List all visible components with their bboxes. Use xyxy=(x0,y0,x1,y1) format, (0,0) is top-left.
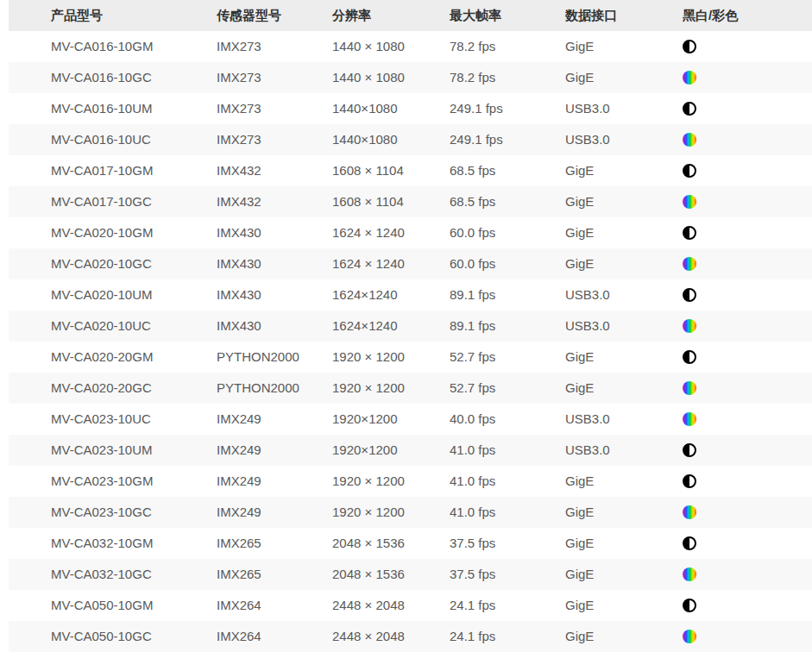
cell-interface: GigE xyxy=(565,373,683,404)
cell-sensor: IMX249 xyxy=(217,435,332,466)
cell-interface: GigE xyxy=(565,186,683,217)
cell-chroma xyxy=(683,373,812,404)
cell-chroma xyxy=(683,248,812,279)
mono-half-circle-icon xyxy=(683,599,696,612)
cell-resolution: 2048 × 1536 xyxy=(332,559,450,590)
color-rainbow-circle-icon xyxy=(683,505,696,519)
table-row: MV-CA017-10GCIMX4321608 × 110468.5 fpsGi… xyxy=(9,186,812,217)
cell-sensor: IMX273 xyxy=(217,124,332,155)
cell-chroma xyxy=(683,62,812,93)
color-rainbow-circle-icon xyxy=(683,567,696,581)
cell-interface: USB3.0 xyxy=(565,404,683,435)
column-header-chroma: 黑白/彩色 xyxy=(683,0,812,31)
cell-max-frame-rate: 60.0 fps xyxy=(450,248,565,279)
camera-spec-table: 产品型号 传感器型号 分辨率 最大帧率 数据接口 黑白/彩色 MV-CA016-… xyxy=(9,0,812,652)
column-header-interface: 数据接口 xyxy=(565,0,683,31)
table-row: MV-CA020-10GCIMX4301624 × 124060.0 fpsGi… xyxy=(9,248,812,279)
cell-chroma xyxy=(683,124,812,155)
cell-max-frame-rate: 24.1 fps xyxy=(450,590,565,621)
mono-half-circle-icon xyxy=(683,536,696,550)
cell-interface: GigE xyxy=(565,559,683,590)
cell-sensor: IMX273 xyxy=(217,31,332,62)
cell-model: MV-CA050-10GM xyxy=(9,590,217,621)
color-rainbow-circle-icon xyxy=(683,412,696,426)
cell-max-frame-rate: 78.2 fps xyxy=(450,31,565,62)
cell-max-frame-rate: 68.5 fps xyxy=(450,155,565,186)
cell-max-frame-rate: 78.2 fps xyxy=(450,62,565,93)
mono-half-circle-icon xyxy=(683,474,696,488)
cell-interface: USB3.0 xyxy=(565,279,683,310)
column-header-resolution: 分辨率 xyxy=(332,0,450,31)
cell-chroma xyxy=(683,279,812,310)
cell-model: MV-CA020-10UM xyxy=(9,279,217,310)
cell-model: MV-CA020-20GC xyxy=(9,373,217,404)
cell-resolution: 1624×1240 xyxy=(332,279,450,310)
color-rainbow-circle-icon xyxy=(683,71,696,85)
cell-model: MV-CA020-10UC xyxy=(9,310,217,342)
cell-sensor: IMX249 xyxy=(217,497,332,528)
table-row: MV-CA016-10GCIMX2731440 × 108078.2 fpsGi… xyxy=(9,62,812,93)
cell-model: MV-CA017-10GC xyxy=(9,186,217,217)
cell-resolution: 1440 × 1080 xyxy=(332,62,450,93)
cell-chroma xyxy=(683,155,812,186)
cell-resolution: 1920×1200 xyxy=(332,404,450,435)
table-row: MV-CA020-10UMIMX4301624×124089.1 fpsUSB3… xyxy=(9,279,812,310)
cell-resolution: 1440 × 1080 xyxy=(332,31,450,62)
table-row: MV-CA023-10UCIMX2491920×120040.0 fpsUSB3… xyxy=(9,404,812,435)
cell-resolution: 2448 × 2048 xyxy=(332,621,450,652)
cell-sensor: IMX264 xyxy=(217,590,332,621)
cell-model: MV-CA017-10GM xyxy=(9,155,217,186)
cell-resolution: 1920 × 1200 xyxy=(332,497,450,528)
color-rainbow-circle-icon xyxy=(683,319,696,333)
cell-interface: GigE xyxy=(565,621,683,652)
cell-interface: GigE xyxy=(565,528,683,559)
cell-model: MV-CA016-10GC xyxy=(9,62,217,93)
cell-chroma xyxy=(683,590,812,621)
table-row: MV-CA023-10UMIMX2491920×120041.0 fpsUSB3… xyxy=(9,435,812,466)
cell-sensor: IMX430 xyxy=(217,248,332,279)
cell-sensor: IMX432 xyxy=(217,186,332,217)
table-row: MV-CA017-10GMIMX4321608 × 110468.5 fpsGi… xyxy=(9,155,812,186)
cell-max-frame-rate: 40.0 fps xyxy=(450,404,565,435)
cell-max-frame-rate: 37.5 fps xyxy=(450,528,565,559)
cell-resolution: 1624 × 1240 xyxy=(332,217,450,248)
table-header-row: 产品型号 传感器型号 分辨率 最大帧率 数据接口 黑白/彩色 xyxy=(9,0,812,31)
cell-sensor: IMX264 xyxy=(217,621,332,652)
table-row: MV-CA050-10GMIMX2642448 × 204824.1 fpsGi… xyxy=(9,590,812,621)
cell-sensor: IMX430 xyxy=(217,310,332,342)
cell-max-frame-rate: 89.1 fps xyxy=(450,279,565,310)
cell-resolution: 1920 × 1200 xyxy=(332,342,450,373)
cell-resolution: 1608 × 1104 xyxy=(332,155,450,186)
cell-interface: GigE xyxy=(565,248,683,279)
cell-model: MV-CA020-10GM xyxy=(9,217,217,248)
cell-sensor: IMX249 xyxy=(217,466,332,497)
cell-chroma xyxy=(683,435,812,466)
table-header: 产品型号 传感器型号 分辨率 最大帧率 数据接口 黑白/彩色 xyxy=(9,0,812,31)
cell-interface: GigE xyxy=(565,62,683,93)
mono-half-circle-icon xyxy=(683,40,696,53)
cell-model: MV-CA020-10GC xyxy=(9,248,217,279)
color-rainbow-circle-icon xyxy=(683,257,696,271)
cell-chroma xyxy=(683,404,812,435)
table-row: MV-CA032-10GMIMX2652048 × 153637.5 fpsGi… xyxy=(9,528,812,559)
cell-interface: GigE xyxy=(565,590,683,621)
cell-chroma xyxy=(683,93,812,124)
cell-resolution: 1624 × 1240 xyxy=(332,248,450,279)
mono-half-circle-icon xyxy=(683,288,696,302)
cell-max-frame-rate: 41.0 fps xyxy=(450,435,565,466)
cell-max-frame-rate: 68.5 fps xyxy=(450,186,565,217)
cell-resolution: 1624×1240 xyxy=(332,310,450,342)
cell-max-frame-rate: 37.5 fps xyxy=(450,559,565,590)
cell-sensor: PYTHON2000 xyxy=(217,373,332,404)
cell-resolution: 1920×1200 xyxy=(332,435,450,466)
cell-model: MV-CA020-20GM xyxy=(9,342,217,373)
table-row: MV-CA023-10GCIMX2491920 × 120041.0 fpsGi… xyxy=(9,497,812,528)
cell-model: MV-CA023-10GM xyxy=(9,466,217,497)
cell-resolution: 1440×1080 xyxy=(332,93,450,124)
cell-interface: USB3.0 xyxy=(565,93,683,124)
cell-max-frame-rate: 41.0 fps xyxy=(450,497,565,528)
cell-sensor: IMX432 xyxy=(217,155,332,186)
cell-sensor: IMX265 xyxy=(217,559,332,590)
cell-model: MV-CA050-10GC xyxy=(9,621,217,652)
cell-sensor: IMX273 xyxy=(217,93,332,124)
